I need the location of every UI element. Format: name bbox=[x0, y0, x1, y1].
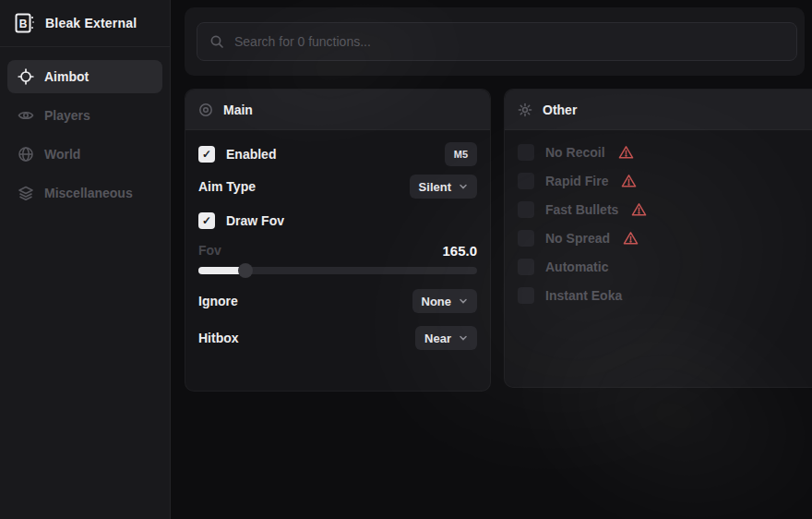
search-input[interactable]: Search for 0 functions... bbox=[197, 22, 797, 61]
chevron-down-icon bbox=[459, 296, 468, 306]
aim-type-dropdown[interactable]: Silent bbox=[410, 175, 477, 199]
enabled-keybind-button[interactable]: M5 bbox=[445, 142, 477, 166]
instant-eoka-label: Instant Eoka bbox=[545, 288, 622, 303]
sidebar-item-players[interactable]: Players bbox=[7, 99, 162, 132]
fov-slider[interactable] bbox=[198, 263, 477, 278]
panel-other-title: Other bbox=[543, 103, 577, 117]
app-title: Bleak External bbox=[45, 16, 137, 30]
enabled-label: Enabled bbox=[226, 147, 276, 162]
rapid-fire-label: Rapid Fire bbox=[545, 174, 608, 188]
no-spread-checkbox[interactable]: No Spread bbox=[518, 229, 807, 247]
hitbox-dropdown[interactable]: Near bbox=[415, 326, 477, 350]
enabled-checkbox[interactable]: ✓ Enabled bbox=[198, 146, 276, 163]
aim-type-row: Aim Type Silent bbox=[198, 175, 477, 199]
draw-fov-label: Draw Fov bbox=[226, 213, 284, 228]
no-spread-label: No Spread bbox=[545, 231, 610, 246]
panel-other: Other No Recoil Rapid Fire bbox=[504, 89, 812, 388]
draw-fov-row: ✓ Draw Fov bbox=[198, 208, 477, 234]
chevron-down-icon bbox=[459, 333, 468, 343]
fov-slider-row bbox=[198, 263, 477, 278]
enabled-row: ✓ Enabled M5 bbox=[198, 141, 477, 167]
app-logo-icon: B bbox=[15, 13, 35, 33]
warning-icon bbox=[623, 231, 639, 246]
fov-slider-track bbox=[198, 267, 477, 274]
checkbox-unchecked bbox=[518, 201, 534, 218]
sidebar-item-label: World bbox=[44, 147, 80, 162]
fast-bullets-checkbox[interactable]: Fast Bullets bbox=[518, 200, 807, 219]
svg-text:B: B bbox=[19, 18, 28, 30]
automatic-label: Automatic bbox=[545, 260, 608, 274]
aim-type-value: Silent bbox=[419, 180, 451, 194]
panel-main: Main ✓ Enabled M5 Aim Type Silent bbox=[185, 89, 491, 392]
checkbox-unchecked bbox=[518, 230, 534, 247]
check-icon: ✓ bbox=[198, 212, 215, 229]
chevron-down-icon bbox=[459, 182, 468, 191]
fov-value-row: Fov 165.0 bbox=[198, 241, 477, 260]
panel-main-body: ✓ Enabled M5 Aim Type Silent ✓ Draw Fov bbox=[185, 130, 490, 350]
rapid-fire-checkbox[interactable]: Rapid Fire bbox=[518, 172, 807, 190]
panel-other-header: Other bbox=[505, 90, 812, 130]
ignore-dropdown[interactable]: None bbox=[412, 289, 478, 313]
warning-icon bbox=[621, 174, 637, 188]
search-placeholder: Search for 0 functions... bbox=[234, 34, 371, 49]
sidebar-item-world[interactable]: World bbox=[7, 138, 162, 171]
panel-other-body: No Recoil Rapid Fire Fast Bull bbox=[505, 130, 812, 328]
fov-value: 165.0 bbox=[442, 243, 477, 259]
warning-icon bbox=[618, 145, 634, 160]
sidebar-item-label: Miscellaneous bbox=[44, 186, 133, 200]
crosshair-icon bbox=[18, 68, 34, 85]
disc-target-icon bbox=[198, 103, 213, 117]
search-header: Search for 0 functions... bbox=[185, 7, 805, 76]
checkbox-unchecked bbox=[518, 173, 534, 189]
hitbox-label: Hitbox bbox=[198, 331, 239, 345]
checkbox-unchecked bbox=[518, 144, 534, 161]
checkbox-unchecked bbox=[518, 287, 534, 304]
check-icon: ✓ bbox=[198, 146, 215, 163]
fov-label: Fov bbox=[198, 243, 221, 258]
no-recoil-label: No Recoil bbox=[545, 145, 605, 160]
panel-main-title: Main bbox=[223, 103, 253, 117]
layers-icon bbox=[18, 185, 34, 201]
globe-icon bbox=[18, 146, 34, 163]
eye-icon bbox=[18, 107, 34, 124]
gear-icon bbox=[518, 103, 532, 117]
ignore-value: None bbox=[422, 295, 452, 308]
ignore-row: Ignore None bbox=[198, 289, 477, 313]
sidebar-item-label: Aimbot bbox=[44, 69, 89, 84]
automatic-checkbox[interactable]: Automatic bbox=[518, 258, 807, 276]
draw-fov-checkbox[interactable]: ✓ Draw Fov bbox=[198, 212, 284, 229]
hitbox-value: Near bbox=[424, 332, 451, 345]
checkbox-unchecked bbox=[518, 259, 534, 275]
warning-icon bbox=[631, 202, 647, 217]
instant-eoka-checkbox[interactable]: Instant Eoka bbox=[518, 286, 807, 305]
fast-bullets-label: Fast Bullets bbox=[545, 202, 618, 217]
search-icon bbox=[209, 34, 224, 49]
fov-slider-thumb[interactable] bbox=[238, 263, 253, 278]
app-window: B Bleak External Aimbot bbox=[0, 0, 812, 519]
app-logo-row: B Bleak External bbox=[0, 0, 170, 47]
sidebar-nav: Aimbot Players bbox=[0, 47, 170, 223]
sidebar-item-aimbot[interactable]: Aimbot bbox=[7, 60, 162, 93]
sidebar: B Bleak External Aimbot bbox=[0, 0, 171, 519]
ignore-label: Ignore bbox=[198, 294, 238, 308]
aim-type-label: Aim Type bbox=[198, 179, 256, 194]
sidebar-item-miscellaneous[interactable]: Miscellaneous bbox=[7, 176, 162, 210]
hitbox-row: Hitbox Near bbox=[198, 326, 477, 350]
no-recoil-checkbox[interactable]: No Recoil bbox=[518, 143, 807, 162]
panel-main-header: Main bbox=[185, 90, 490, 130]
sidebar-item-label: Players bbox=[44, 108, 90, 123]
